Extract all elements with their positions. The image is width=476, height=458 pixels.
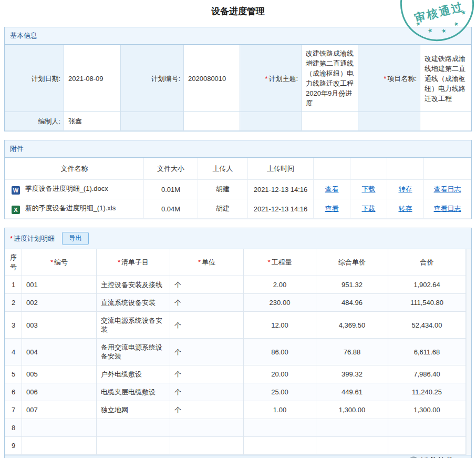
row-code: 004 bbox=[22, 339, 97, 365]
attachments-header-row: 文件名称 文件大小 上传人 上传时间 bbox=[5, 158, 471, 180]
basic-info-row-1: 计划日期: 2021-08-09 计划编号: 2020080010 *计划主题:… bbox=[5, 45, 471, 112]
row-item bbox=[97, 419, 170, 437]
row-unit: 个 bbox=[170, 312, 244, 339]
attachments-panel: 附件 文件名称 文件大小 上传人 上传时间 W 季度设备进度明细_(1). bbox=[4, 140, 472, 219]
row-unit: 个 bbox=[170, 339, 244, 365]
row-qty: 20.00 bbox=[244, 365, 316, 383]
required-marker: * bbox=[10, 235, 13, 242]
download-link[interactable]: 下载 bbox=[362, 185, 376, 193]
row-code bbox=[22, 419, 97, 437]
row-item: 独立地网 bbox=[97, 401, 170, 419]
row-item bbox=[97, 437, 170, 455]
row-total: 52,434.00 bbox=[388, 312, 466, 339]
export-button[interactable]: 导出 bbox=[62, 232, 89, 245]
view-link[interactable]: 查看 bbox=[325, 185, 339, 193]
col-header-code: *编号 bbox=[22, 249, 97, 276]
file-size-cell: 0.01M bbox=[144, 180, 198, 199]
row-price bbox=[316, 437, 388, 455]
row-unit bbox=[170, 419, 244, 437]
empty-value-cell bbox=[302, 112, 358, 131]
required-marker: * bbox=[198, 258, 201, 266]
row-price: 484.96 bbox=[316, 294, 388, 312]
row-item: 主控设备安装及接线 bbox=[97, 276, 170, 294]
detail-row: 5 005 户外电缆敷设 个 20.00 399.32 7,986.40 bbox=[5, 365, 466, 383]
col-header-price: 综合单价 bbox=[316, 249, 388, 276]
row-no: 6 bbox=[5, 383, 22, 401]
row-item: 直流系统设备安装 bbox=[97, 294, 170, 312]
row-no: 1 bbox=[5, 276, 22, 294]
download-link[interactable]: 下载 bbox=[362, 205, 376, 212]
basic-info-panel: 基本信息 计划日期: 2021-08-09 计划编号: 2020080010 *… bbox=[4, 27, 472, 131]
details-footer: 合计: 193,015.77 金额大写: 柒佰零肆万零伍佰肆拾元贰角贰分 泛普软… bbox=[5, 455, 471, 458]
row-item: 备用交流电源系统设备安装 bbox=[97, 339, 170, 365]
row-qty bbox=[244, 437, 316, 455]
transfer-link[interactable]: 转存 bbox=[399, 185, 412, 193]
row-total: 11,240.25 bbox=[388, 383, 466, 401]
basic-info-section-header: 基本信息 bbox=[5, 27, 471, 45]
view-link[interactable]: 查看 bbox=[325, 205, 339, 212]
details-grid-area: 序号 *编号 *清单子目 *单位 *工程量 综合单价 合价 1 001 主控设备… bbox=[5, 249, 471, 455]
row-item: 电缆夹层电缆敷设 bbox=[97, 383, 170, 401]
details-table: 序号 *编号 *清单子目 *单位 *工程量 综合单价 合价 1 001 主控设备… bbox=[5, 249, 466, 455]
row-unit: 个 bbox=[170, 294, 244, 312]
file-name-text: 新的季度设备进度明细_(1).xls bbox=[25, 204, 116, 212]
empty-label-cell bbox=[240, 112, 302, 131]
row-qty: 2.00 bbox=[244, 276, 316, 294]
transfer-link[interactable]: 转存 bbox=[399, 205, 412, 212]
row-qty: 1.00 bbox=[244, 401, 316, 419]
row-unit: 个 bbox=[170, 401, 244, 419]
attachments-section-header: 附件 bbox=[5, 140, 471, 158]
file-name-header: 文件名称 bbox=[5, 158, 144, 180]
plan-no-value: 2020080010 bbox=[184, 45, 240, 112]
row-total: 1,300.00 bbox=[388, 401, 466, 419]
row-price: 399.32 bbox=[316, 365, 388, 383]
view-log-link[interactable]: 查看日志 bbox=[434, 205, 461, 212]
view-log-link[interactable]: 查看日志 bbox=[434, 185, 461, 193]
row-qty: 25.00 bbox=[244, 383, 316, 401]
row-no: 8 bbox=[5, 419, 22, 437]
col-header-item: *清单子目 bbox=[97, 249, 170, 276]
row-item: 交流电源系统设备安装 bbox=[97, 312, 170, 339]
row-price: 449.61 bbox=[316, 383, 388, 401]
row-qty: 230.00 bbox=[244, 294, 316, 312]
basic-info-section-title: 基本信息 bbox=[10, 31, 37, 40]
row-unit: 个 bbox=[170, 276, 244, 294]
word-file-icon: W bbox=[12, 186, 20, 195]
attachment-row: X 新的季度设备进度明细_(1).xls 0.04M 胡建 2021-12-13… bbox=[5, 199, 471, 219]
row-total bbox=[388, 419, 466, 437]
uploader-cell: 胡建 bbox=[198, 180, 248, 199]
file-size-cell: 0.04M bbox=[144, 199, 198, 219]
plan-date-value: 2021-08-09 bbox=[64, 45, 121, 112]
detail-row: 9 bbox=[5, 437, 466, 455]
attachment-row: W 季度设备进度明细_(1).docx 0.01M 胡建 2021-12-13 … bbox=[5, 180, 471, 199]
row-no: 2 bbox=[5, 294, 22, 312]
upload-time-header: 上传时间 bbox=[248, 158, 314, 180]
file-size-header: 文件大小 bbox=[144, 158, 198, 180]
row-unit: 个 bbox=[170, 383, 244, 401]
row-no: 4 bbox=[5, 339, 22, 365]
details-section-title: 进度计划明细 bbox=[14, 234, 55, 243]
plan-no-label: 计划编号: bbox=[121, 45, 184, 112]
col-header-unit: *单位 bbox=[170, 249, 244, 276]
row-price bbox=[316, 419, 388, 437]
row-no: 3 bbox=[5, 312, 22, 339]
attachments-table: 文件名称 文件大小 上传人 上传时间 W 季度设备进度明细_(1).docx 0… bbox=[5, 158, 471, 219]
row-item: 户外电缆敷设 bbox=[97, 365, 170, 383]
actions-header-spacer bbox=[350, 158, 387, 180]
actions-header-spacer bbox=[424, 158, 471, 180]
vertical-scrollbar[interactable] bbox=[466, 249, 471, 455]
row-unit bbox=[170, 437, 244, 455]
detail-row: 6 006 电缆夹层电缆敷设 个 25.00 449.61 11,240.25 bbox=[5, 383, 466, 401]
empty-label-cell bbox=[121, 112, 184, 131]
row-price: 4,369.50 bbox=[316, 312, 388, 339]
row-code bbox=[22, 437, 97, 455]
detail-row: 1 001 主控设备安装及接线 个 2.00 951.32 1,902.64 bbox=[5, 276, 466, 294]
row-qty: 86.00 bbox=[244, 339, 316, 365]
row-code: 001 bbox=[22, 276, 97, 294]
basic-info-table: 计划日期: 2021-08-09 计划编号: 2020080010 *计划主题:… bbox=[5, 45, 471, 131]
row-price: 1,300.00 bbox=[316, 401, 388, 419]
row-unit: 个 bbox=[170, 365, 244, 383]
plan-date-label: 计划日期: bbox=[5, 45, 64, 112]
details-section-header: * 进度计划明细 导出 bbox=[5, 228, 471, 249]
row-total: 111,540.80 bbox=[388, 294, 466, 312]
